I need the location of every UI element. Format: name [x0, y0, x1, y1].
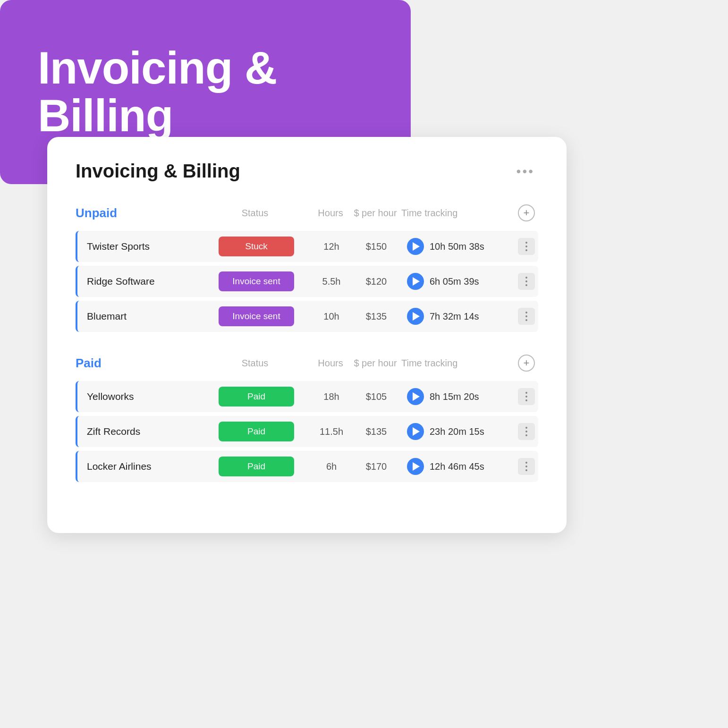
rate-value: $135: [350, 426, 402, 437]
table-row: Twister Sports Stuck 12h $150 10h 50m 38…: [76, 231, 538, 262]
hero-title: Invoicing & Billing: [38, 44, 277, 140]
hours-value: 18h: [313, 391, 350, 402]
row-menu-button[interactable]: [518, 238, 535, 255]
add-paid-button[interactable]: +: [518, 355, 535, 372]
status-badge: Invoice sent: [219, 306, 294, 326]
row-menu-button[interactable]: [518, 388, 535, 405]
status-cell: Paid: [200, 381, 313, 412]
time-tracking-cell: 8h 15m 20s: [402, 388, 515, 405]
status-badge: Paid: [219, 422, 294, 441]
rate-value: $150: [350, 241, 402, 252]
play-button[interactable]: [407, 308, 424, 325]
play-button[interactable]: [407, 458, 424, 475]
hours-col-header: Hours: [312, 358, 349, 369]
paid-section: Paid Status Hours $ per hour Time tracki…: [76, 355, 538, 482]
client-name: Locker Airlines: [77, 461, 200, 472]
time-value: 23h 20m 15s: [430, 426, 484, 437]
rate-col-header: $ per hour: [349, 358, 401, 369]
play-icon: [413, 312, 420, 321]
add-unpaid-button[interactable]: +: [518, 204, 535, 221]
hours-value: 5.5h: [313, 276, 350, 287]
play-icon: [413, 242, 420, 251]
hours-value: 10h: [313, 311, 350, 322]
row-menu-icon: [525, 392, 527, 401]
status-badge: Invoice sent: [219, 271, 294, 291]
time-tracking-cell: 12h 46m 45s: [402, 458, 515, 475]
unpaid-label: Unpaid: [76, 206, 198, 220]
status-badge: Paid: [219, 387, 294, 406]
time-col-header: Time tracking: [401, 358, 515, 369]
row-menu-icon: [525, 242, 527, 251]
table-row: Zift Records Paid 11.5h $135 23h 20m 15s: [76, 416, 538, 447]
hours-value: 6h: [313, 461, 350, 472]
time-value: 6h 05m 39s: [430, 276, 479, 287]
play-icon: [413, 277, 420, 286]
status-cell: Paid: [200, 451, 313, 482]
card-header: Invoicing & Billing •••: [76, 161, 538, 182]
main-card: Invoicing & Billing ••• Unpaid Status Ho…: [47, 137, 567, 533]
play-icon: [413, 392, 420, 401]
time-tracking-cell: 23h 20m 15s: [402, 423, 515, 440]
status-cell: Invoice sent: [200, 266, 313, 297]
table-row: Ridge Software Invoice sent 5.5h $120 6h…: [76, 266, 538, 297]
client-name: Yelloworks: [77, 391, 200, 402]
play-icon: [413, 427, 420, 436]
unpaid-section: Unpaid Status Hours $ per hour Time trac…: [76, 204, 538, 332]
row-menu-icon: [525, 277, 527, 286]
unpaid-header-row: Unpaid Status Hours $ per hour Time trac…: [76, 204, 538, 225]
time-tracking-cell: 10h 50m 38s: [402, 238, 515, 255]
status-col-header: Status: [198, 358, 312, 369]
paid-label: Paid: [76, 356, 198, 371]
row-menu-icon: [525, 462, 527, 471]
row-menu-button[interactable]: [518, 273, 535, 290]
status-cell: Stuck: [200, 231, 313, 262]
row-menu-icon: [525, 427, 527, 436]
client-name: Zift Records: [77, 426, 200, 437]
row-menu-button[interactable]: [518, 308, 535, 325]
status-cell: Invoice sent: [200, 301, 313, 332]
row-menu-button[interactable]: [518, 423, 535, 440]
rate-value: $135: [350, 311, 402, 322]
status-badge: Stuck: [219, 237, 294, 256]
play-button[interactable]: [407, 388, 424, 405]
row-menu-button[interactable]: [518, 458, 535, 475]
time-value: 12h 46m 45s: [430, 461, 484, 472]
rate-col-header: $ per hour: [349, 208, 401, 219]
status-cell: Paid: [200, 416, 313, 447]
more-options-button[interactable]: •••: [513, 162, 538, 181]
play-icon: [413, 462, 420, 471]
hours-value: 11.5h: [313, 426, 350, 437]
hours-col-header: Hours: [312, 208, 349, 219]
rate-value: $170: [350, 461, 402, 472]
time-value: 7h 32m 14s: [430, 311, 479, 322]
status-badge: Paid: [219, 457, 294, 476]
time-tracking-cell: 7h 32m 14s: [402, 308, 515, 325]
client-name: Ridge Software: [77, 276, 200, 287]
play-button[interactable]: [407, 423, 424, 440]
table-row: Locker Airlines Paid 6h $170 12h 46m 45s: [76, 451, 538, 482]
play-button[interactable]: [407, 273, 424, 290]
table-row: Yelloworks Paid 18h $105 8h 15m 20s: [76, 381, 538, 412]
table-row: Bluemart Invoice sent 10h $135 7h 32m 14…: [76, 301, 538, 332]
time-value: 10h 50m 38s: [430, 241, 484, 252]
status-col-header: Status: [198, 208, 312, 219]
hours-value: 12h: [313, 241, 350, 252]
rate-value: $105: [350, 391, 402, 402]
play-button[interactable]: [407, 238, 424, 255]
rate-value: $120: [350, 276, 402, 287]
card-title: Invoicing & Billing: [76, 161, 240, 182]
client-name: Twister Sports: [77, 241, 200, 252]
row-menu-icon: [525, 312, 527, 321]
time-value: 8h 15m 20s: [430, 391, 479, 402]
client-name: Bluemart: [77, 311, 200, 322]
time-col-header: Time tracking: [401, 208, 515, 219]
paid-header-row: Paid Status Hours $ per hour Time tracki…: [76, 355, 538, 375]
time-tracking-cell: 6h 05m 39s: [402, 273, 515, 290]
